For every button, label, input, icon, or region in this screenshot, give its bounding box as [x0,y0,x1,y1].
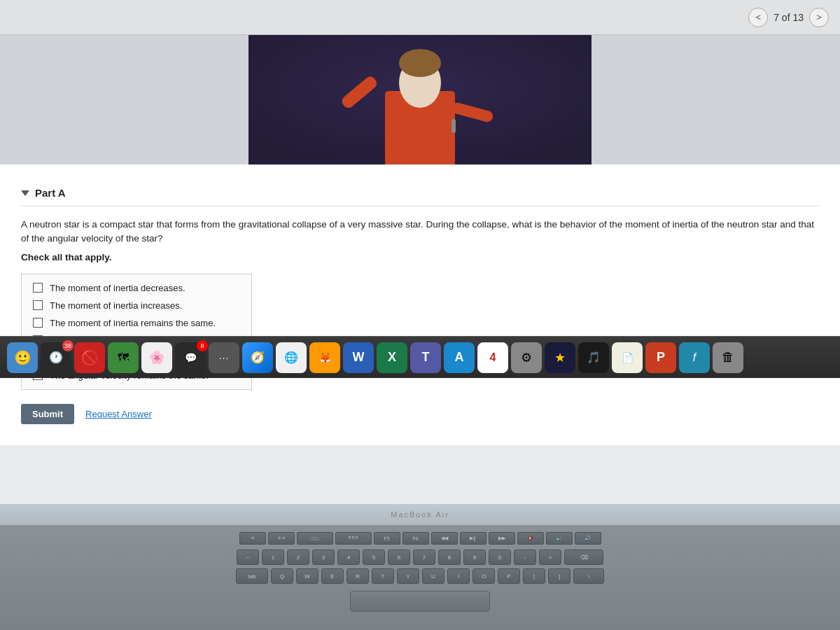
next-icon: > [816,12,822,22]
dock-icon-finder2[interactable]: f [679,342,710,373]
request-answer-link[interactable]: Request Answer [85,409,152,419]
key-q[interactable]: Q [271,568,293,584]
key-mission-control[interactable]: □□□ [297,532,333,545]
key-0[interactable]: 0 [489,550,511,565]
key-vol-up[interactable]: 🔊 [575,532,601,545]
option-label-2: The moment of inertia increases. [50,300,182,311]
key-fast-forward[interactable]: ▶▶ [489,532,515,545]
excel-icon: X [388,350,396,365]
dock-icon-word[interactable]: W [343,342,374,373]
key-8[interactable]: 8 [438,550,461,565]
dock-icon-music[interactable]: 🎵 [578,342,609,373]
key-t[interactable]: T [372,568,394,584]
dock-icon-maps[interactable]: 🗺 [108,342,139,373]
browser-icon: 🌐 [284,351,298,364]
key-o[interactable]: O [472,568,495,584]
key-bracket-r[interactable]: ] [548,568,570,584]
content-area: Part A A neutron star is a compact star … [0,164,840,504]
option-label-3: The moment of inertia remains the same. [50,318,216,328]
finder2-icon: f [693,351,696,364]
video-container[interactable] [248,35,592,164]
key-f6[interactable]: F6 [402,532,429,545]
music-icon: 🎵 [587,351,601,364]
dock-icon-firefox[interactable]: 🦊 [309,342,340,373]
dock-icon-settings[interactable]: ⚙ [511,342,542,373]
dock-icon-trash[interactable]: 🗑 [713,342,743,373]
checkbox-1[interactable] [33,283,43,293]
dock-icon-star[interactable]: ★ [545,342,575,373]
page-indicator: 7 of 13 [774,12,804,23]
key-vol-down[interactable]: 🔉 [546,532,573,545]
key-e[interactable]: E [321,568,344,584]
key-2[interactable]: 2 [287,550,309,565]
key-f5[interactable]: F5 [374,532,400,545]
key-5[interactable]: 5 [363,550,385,565]
key-tab[interactable]: tab [236,568,268,584]
key-backtick[interactable]: ~ [237,550,259,565]
key-p[interactable]: P [498,568,520,584]
trackpad[interactable] [350,591,490,612]
key-i[interactable]: I [447,568,470,584]
key-6[interactable]: 6 [388,550,410,565]
option-1[interactable]: The moment of inertia decreases. [33,283,240,293]
dock-badge-38: 38 [62,340,74,351]
key-brightness-up[interactable]: ☀☀ [268,532,295,545]
key-equals[interactable]: = [539,550,561,565]
dock-icon-photos[interactable]: 🌸 [141,342,172,373]
dock-icon-no-entry[interactable]: 🚫 [74,342,105,373]
key-play[interactable]: ▶‖ [460,532,486,545]
dock-icon-more[interactable]: ··· [209,342,239,373]
key-r[interactable]: R [346,568,369,584]
macbook-body: MacBook Air ☀ ☀☀ □□□ ⠿⠿⠿ F5 F6 ◀◀ ▶‖ ▶▶ … [0,504,840,630]
key-launchpad[interactable]: ⠿⠿⠿ [335,532,372,545]
option-2[interactable]: The moment of inertia increases. [33,300,240,311]
key-u[interactable]: U [422,568,444,584]
key-backslash[interactable]: \ [573,568,604,584]
dock-icon-ppt[interactable]: P [645,342,676,373]
actions-row: Submit Request Answer [21,404,819,424]
safari-icon: 🧭 [251,351,265,364]
dock-icon-calendar[interactable]: 4 [477,342,508,373]
checkbox-2[interactable] [33,300,43,310]
top-navigation: < 7 of 13 > [0,0,840,35]
key-minus[interactable]: - [514,550,536,565]
key-w[interactable]: W [296,568,318,584]
settings-icon: ⚙ [521,350,532,365]
collapse-arrow[interactable] [21,190,29,196]
dock-icon-clock[interactable]: 🕐 38 [41,342,71,373]
dock-icon-browser[interactable]: 🌐 [276,342,307,373]
submit-button[interactable]: Submit [21,404,74,424]
checkbox-3[interactable] [33,318,43,328]
dock-icon-excel[interactable]: X [377,342,407,373]
dock-icon-safari[interactable]: 🧭 [242,342,273,373]
key-mute[interactable]: 🔇 [517,532,544,545]
firefox-icon: 🦊 [319,352,331,363]
dock-icon-teams[interactable]: T [410,342,441,373]
key-rewind[interactable]: ◀◀ [431,532,458,545]
key-1[interactable]: 1 [262,550,284,565]
dock-icon-finder[interactable]: 🙂 [7,342,38,373]
key-brightness-down[interactable]: ☀ [239,532,266,545]
option-3[interactable]: The moment of inertia remains the same. [33,318,240,328]
fn-key-row: ☀ ☀☀ □□□ ⠿⠿⠿ F5 F6 ◀◀ ▶‖ ▶▶ 🔇 🔉 🔊 [239,532,601,545]
key-bracket-l[interactable]: [ [523,568,545,584]
dock-icon-messages[interactable]: 💬 8 [175,342,206,373]
dock-icon-translate[interactable]: A [444,342,475,373]
check-all-label: Check all that apply. [21,252,819,262]
number-row: ~ 1 2 3 4 5 6 7 8 9 0 - = ⌫ [237,550,603,565]
key-4[interactable]: 4 [337,550,360,565]
key-7[interactable]: 7 [413,550,435,565]
prev-button[interactable]: < [748,8,768,27]
macbook-chin: MacBook Air [0,504,840,525]
key-3[interactable]: 3 [312,550,335,565]
key-delete[interactable]: ⌫ [564,550,603,565]
key-9[interactable]: 9 [463,550,486,565]
maps-icon: 🗺 [118,351,129,364]
dock-icon-preview[interactable]: 📄 [612,342,643,373]
finder-icon: 🙂 [14,349,31,366]
next-button[interactable]: > [809,8,829,27]
key-y[interactable]: Y [397,568,419,584]
trash-icon: 🗑 [722,350,734,365]
macbook-brand: MacBook Air [391,510,449,519]
calendar-icon: 4 [490,351,496,364]
